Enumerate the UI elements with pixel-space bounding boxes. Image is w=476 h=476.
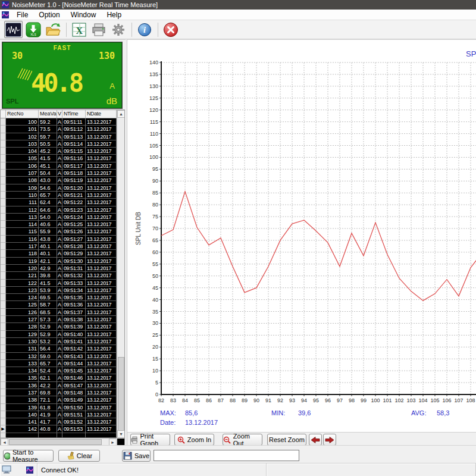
table-row[interactable]: 12558.7A09:51:3613.12.2017 xyxy=(1,301,124,308)
table-row[interactable]: 12469.5A09:51:3513.12.2017 xyxy=(1,294,124,301)
table-row[interactable]: 13156.4A09:51:4213.12.2017 xyxy=(1,345,124,352)
table-row[interactable]: 10350.5A09:51:1413.12.2017 xyxy=(1,140,124,148)
reset-zoom-button[interactable]: Reset Zoom xyxy=(267,434,306,445)
row-selector[interactable] xyxy=(1,250,6,257)
table-row[interactable]: 10541.5A09:51:1613.12.2017 xyxy=(1,155,124,162)
table-row[interactable]: 13259.0A09:51:4313.12.2017 xyxy=(1,353,124,360)
toolbar-button-print[interactable] xyxy=(89,21,108,38)
row-selector[interactable] xyxy=(1,140,6,148)
row-selector[interactable] xyxy=(1,133,6,140)
table-row[interactable]: ▶14240.8A09:51:5313.12.2017 xyxy=(1,425,124,433)
table-row[interactable]: 12139.8A09:51:3213.12.2017 xyxy=(1,272,124,279)
row-selector[interactable] xyxy=(1,243,6,250)
clear-button[interactable]: Clear xyxy=(58,450,100,462)
table-row[interactable]: 12757.3A09:51:3813.12.2017 xyxy=(1,316,124,323)
row-selector[interactable] xyxy=(1,360,6,367)
table-row[interactable]: 13872.1A09:51:4913.12.2017 xyxy=(1,396,124,403)
scroll-down-icon[interactable]: ▼ xyxy=(117,430,125,438)
table-row[interactable]: 13562.1A09:51:4613.12.2017 xyxy=(1,374,124,381)
table-row[interactable]: 12241.5A09:51:3313.12.2017 xyxy=(1,280,124,287)
row-selector[interactable] xyxy=(1,382,6,389)
table-row[interactable]: 10445.2A09:51:1513.12.2017 xyxy=(1,148,124,155)
print-graph-button[interactable]: Print Graph xyxy=(130,434,170,445)
table-row[interactable]: 10750.4A09:51:1813.12.2017 xyxy=(1,170,124,177)
table-row[interactable]: 11162.4A09:51:2213.12.2017 xyxy=(1,199,124,206)
row-selector[interactable] xyxy=(1,309,6,316)
col-ndate[interactable]: NDate xyxy=(86,110,117,118)
row-selector[interactable] xyxy=(1,301,6,308)
row-selector[interactable] xyxy=(1,221,6,228)
table-row[interactable]: 12668.5A09:51:3713.12.2017 xyxy=(1,309,124,316)
row-selector[interactable] xyxy=(1,272,6,279)
row-selector[interactable] xyxy=(1,316,6,323)
table-row[interactable]: 14141.7A09:51:5213.12.2017 xyxy=(1,418,124,425)
table-row[interactable]: 12353.9A09:51:3413.12.2017 xyxy=(1,287,124,294)
table-row[interactable]: 12852.9A09:51:3913.12.2017 xyxy=(1,323,124,330)
save-button[interactable]: Save xyxy=(122,450,151,462)
row-selector[interactable] xyxy=(1,353,6,360)
table-row[interactable]: 10954.6A09:51:2013.12.2017 xyxy=(1,184,124,192)
toolbar-button-excel[interactable]: X xyxy=(70,21,88,38)
row-selector[interactable] xyxy=(1,162,6,170)
save-filename-input[interactable] xyxy=(154,450,299,461)
current-row-marker[interactable]: ▶ xyxy=(1,425,6,433)
table-row[interactable]: 14041.9A09:51:5113.12.2017 xyxy=(1,411,124,418)
row-selector[interactable] xyxy=(1,389,6,396)
col-v[interactable]: V xyxy=(57,110,62,118)
row-selector[interactable] xyxy=(1,338,6,345)
table-row[interactable]: 11643.8A09:51:2713.12.2017 xyxy=(1,236,124,243)
zoom-out-button[interactable]: Zoom Out xyxy=(223,434,262,445)
row-selector[interactable] xyxy=(1,236,6,243)
row-selector[interactable] xyxy=(1,206,6,214)
toolbar-button-exit[interactable] xyxy=(161,21,180,38)
toolbar-button-export-xls[interactable]: XLS xyxy=(24,21,42,38)
row-selector[interactable] xyxy=(1,258,6,265)
row-selector[interactable] xyxy=(1,345,6,352)
col-recno[interactable]: RecNo xyxy=(6,110,39,118)
toolbar-button-info[interactable]: i xyxy=(135,21,154,38)
row-selector[interactable] xyxy=(1,265,6,272)
row-selector[interactable] xyxy=(1,177,6,184)
menu-option[interactable]: Option xyxy=(33,11,65,19)
table-row[interactable]: 12042.9A09:51:3113.12.2017 xyxy=(1,265,124,272)
table-row[interactable]: 11942.1A09:51:3013.12.2017 xyxy=(1,258,124,265)
toolbar-button-waveform[interactable] xyxy=(4,21,23,38)
table-row[interactable]: 11065.7A09:51:2113.12.2017 xyxy=(1,192,124,199)
table-row[interactable]: 11264.6A09:51:2313.12.2017 xyxy=(1,206,124,214)
table-row[interactable]: 10645.1A09:51:1713.12.2017 xyxy=(1,162,124,170)
menu-window[interactable]: Window xyxy=(65,11,102,19)
row-selector[interactable] xyxy=(1,374,6,381)
row-selector[interactable] xyxy=(1,192,6,199)
menu-file[interactable]: File xyxy=(11,11,33,19)
row-selector[interactable] xyxy=(1,411,6,418)
table-row[interactable]: 13452.4A09:51:4513.12.2017 xyxy=(1,367,124,374)
table-row[interactable]: 10059.2A09:51:1113.12.2017 xyxy=(1,118,124,126)
row-selector[interactable] xyxy=(1,404,6,411)
row-selector[interactable] xyxy=(1,323,6,330)
row-selector[interactable] xyxy=(1,148,6,155)
table-row[interactable]: 13642.2A09:51:4713.12.2017 xyxy=(1,382,124,389)
row-selector[interactable] xyxy=(1,418,6,425)
table-row[interactable]: 10843.0A09:51:1913.12.2017 xyxy=(1,177,124,184)
table-row[interactable]: 10173.5A09:51:1213.12.2017 xyxy=(1,126,124,133)
table-row[interactable]: 13365.7A09:51:4413.12.2017 xyxy=(1,360,124,367)
vscroll-thumb[interactable] xyxy=(118,357,124,431)
row-selector[interactable] xyxy=(1,294,6,301)
toolbar-button-settings[interactable] xyxy=(109,21,127,38)
row-selector[interactable] xyxy=(1,184,6,192)
table-row[interactable]: 13053.2A09:51:4113.12.2017 xyxy=(1,338,124,345)
row-selector[interactable] xyxy=(1,280,6,287)
col-meaval[interactable]: MeaVal xyxy=(39,110,57,118)
start-measure-button[interactable]: Start to Measure xyxy=(3,450,54,462)
table-row[interactable]: 12952.9A09:51:4013.12.2017 xyxy=(1,331,124,338)
zoom-in-button[interactable]: Zoom In xyxy=(174,434,214,445)
row-selector[interactable] xyxy=(1,287,6,294)
row-selector[interactable] xyxy=(1,331,6,338)
scroll-up-icon[interactable]: ▲ xyxy=(117,110,125,118)
table-row[interactable]: 13961.8A09:51:5013.12.2017 xyxy=(1,404,124,411)
row-selector[interactable] xyxy=(1,170,6,177)
table-row[interactable]: 11555.9A09:51:2613.12.2017 xyxy=(1,228,124,235)
pan-left-button[interactable] xyxy=(309,434,322,445)
table-row[interactable]: 11840.1A09:51:2913.12.2017 xyxy=(1,250,124,257)
row-selector[interactable] xyxy=(1,214,6,221)
